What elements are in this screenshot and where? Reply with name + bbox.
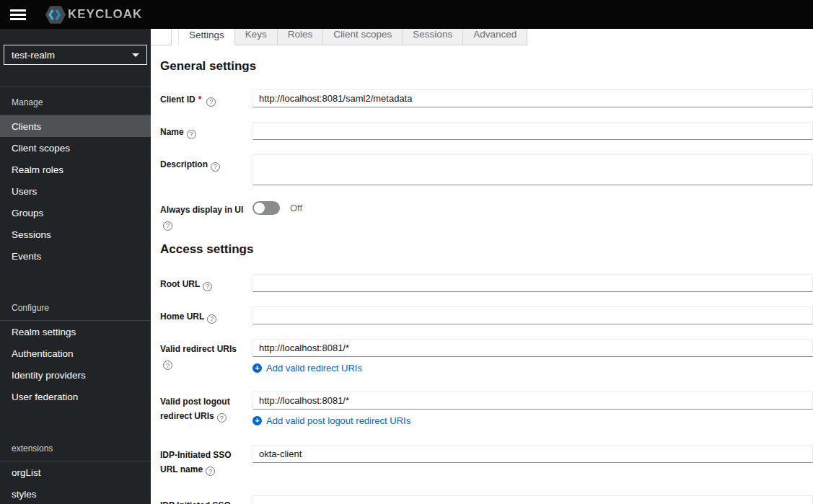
sidebar-item-groups[interactable]: Groups [0,202,151,224]
sidebar-item-realm-settings[interactable]: Realm settings [0,321,151,342]
nav-group-manage: Manage Clients Client scopes Realm roles… [0,87,151,267]
toggle-state-label: Off [290,200,302,231]
valid-redirect-uris-row: Valid redirect URIs Add valid redirect U… [160,339,813,373]
valid-post-logout-redirect-uris-label: Valid post logout redirect URIs [160,392,252,426]
sidebar-item-orglist[interactable]: orgList [0,461,151,483]
sidebar-item-user-federation[interactable]: User federation [0,386,151,407]
nav-group-configure: Configure Realm settings Authentication … [0,293,151,407]
root-url-label: Root URL [160,274,252,292]
help-icon[interactable] [206,97,216,107]
name-input[interactable] [252,122,813,140]
keycloak-logo[interactable]: KEYCLOAK [45,5,142,25]
nav-group-title: extensions [0,433,151,461]
top-bar: KEYCLOAK [0,0,813,29]
help-icon[interactable] [217,413,227,423]
chevron-down-icon [132,53,139,57]
access-settings-heading: Access settings [160,242,813,257]
help-icon[interactable] [207,314,216,324]
valid-redirect-uri-input[interactable] [252,339,813,357]
realm-selector-section: test-realm [0,29,151,87]
plus-circle-icon [252,363,262,373]
help-icon[interactable] [206,467,215,476]
keycloak-admin-console: KEYCLOAK test-realm Manage Clients Clien… [0,0,813,504]
description-row: Description [160,154,813,185]
valid-post-logout-redirect-uris-row: Valid post logout redirect URIs Add vali… [160,392,813,426]
home-url-label: Home URL [160,306,252,324]
valid-post-logout-redirect-uri-input[interactable] [252,392,813,410]
description-textarea[interactable] [252,154,813,185]
sidebar-item-client-scopes[interactable]: Client scopes [0,137,151,159]
home-url-row: Home URL [160,306,813,324]
sidebar-item-styles[interactable]: styles [0,483,151,504]
valid-redirect-uris-label: Valid redirect URIs [160,339,252,373]
help-icon[interactable] [203,282,212,291]
always-display-toggle[interactable] [252,201,280,215]
help-icon[interactable] [163,361,172,370]
main-content: Settings Keys Roles Client scopes Sessio… [151,29,813,504]
sidebar-item-sessions[interactable]: Sessions [0,224,151,245]
help-icon[interactable] [163,221,172,231]
settings-form: General settings Client ID* Name [151,29,813,504]
add-valid-redirect-uri-link[interactable]: Add valid redirect URIs [252,363,362,373]
sidebar-item-identity-providers[interactable]: Identity providers [0,364,151,386]
idp-initiated-sso-relay-state-input[interactable] [252,495,813,504]
sidebar-item-events[interactable]: Events [0,245,151,267]
add-valid-post-logout-redirect-uri-link[interactable]: Add valid post logout redirect URIs [252,415,410,426]
root-url-row: Root URL [160,274,813,292]
client-id-row: Client ID* [160,89,813,107]
idp-initiated-sso-url-name-label: IDP-Initiated SSO URL name [160,445,252,476]
client-id-label: Client ID* [160,89,252,107]
nav-group-extensions: extensions orgList styles [0,433,151,504]
root-url-input[interactable] [252,274,813,292]
keycloak-hexagon-icon [45,5,66,25]
realm-selector-value: test-realm [12,50,55,61]
sidebar-nav: test-realm Manage Clients Client scopes … [0,29,151,504]
idp-initiated-sso-url-name-input[interactable] [252,445,813,463]
idp-initiated-sso-relay-state-row: IDP Initiated SSO Relay State [160,495,813,504]
name-label: Name [160,122,252,140]
brand-text: KEYCLOAK [68,7,142,22]
sidebar-item-users[interactable]: Users [0,180,151,202]
always-display-row: Always display in UI Off [160,200,813,231]
nav-group-title: Configure [0,293,151,321]
always-display-label: Always display in UI [160,200,252,231]
required-asterisk: * [198,94,202,105]
client-id-input[interactable] [252,89,813,107]
nav-group-title: Manage [0,87,151,115]
sidebar-item-realm-roles[interactable]: Realm roles [0,159,151,180]
help-icon[interactable] [211,162,220,172]
hamburger-menu-icon[interactable] [10,9,26,20]
idp-initiated-sso-relay-state-label: IDP Initiated SSO Relay State [160,495,252,504]
realm-selector-dropdown[interactable]: test-realm [4,45,147,65]
sidebar-item-clients[interactable]: Clients [0,115,151,137]
sidebar-item-authentication[interactable]: Authentication [0,342,151,364]
idp-initiated-sso-url-name-row: IDP-Initiated SSO URL name [160,445,813,476]
plus-circle-icon [252,416,262,425]
name-row: Name [160,122,813,140]
description-label: Description [160,154,252,185]
general-settings-heading: General settings [160,59,813,74]
help-icon[interactable] [187,130,196,139]
home-url-input[interactable] [252,306,813,324]
